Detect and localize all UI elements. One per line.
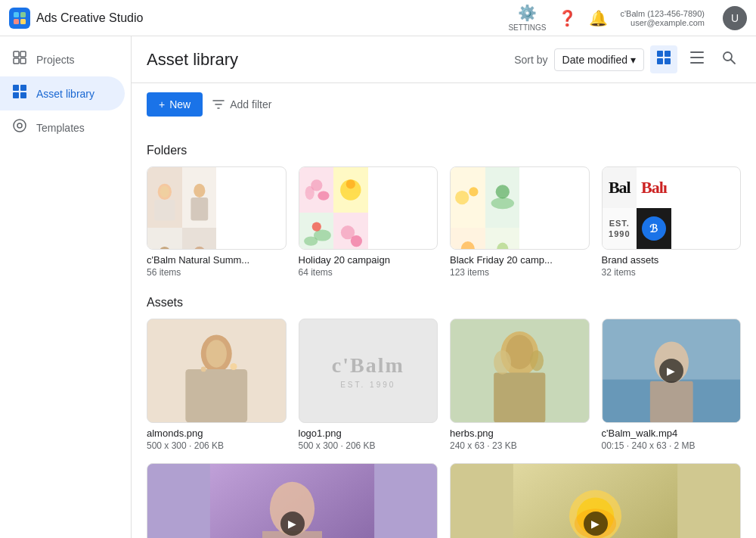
svg-point-58	[494, 350, 511, 375]
svg-point-53	[230, 363, 237, 370]
main-layout: Projects Asset library Templates Asset l…	[0, 36, 756, 538]
svg-point-48	[497, 242, 508, 250]
svg-rect-10	[13, 92, 19, 98]
help-button[interactable]: ❓	[558, 9, 577, 27]
svg-rect-18	[690, 51, 704, 53]
add-filter-button[interactable]: Add filter	[212, 98, 271, 111]
settings-icon: ⚙️	[518, 4, 537, 22]
notifications-button[interactable]: 🔔	[589, 9, 608, 27]
svg-rect-24	[154, 200, 175, 220]
svg-rect-11	[20, 92, 26, 98]
folders-section-title: Folders	[147, 144, 741, 157]
svg-rect-15	[665, 51, 671, 57]
nav-right: ⚙️ SETTINGS ❓ 🔔 c'Balm (123-456-7890) us…	[508, 4, 747, 32]
svg-point-42	[455, 191, 469, 204]
svg-point-12	[14, 120, 26, 132]
svg-point-43	[469, 187, 478, 196]
content-area: Folders	[132, 126, 756, 538]
list-item[interactable]: ▶ c'Balm_walk.mp4 00:15 · 240 x 63 · 2 M…	[602, 319, 742, 451]
svg-point-36	[346, 179, 355, 188]
new-plus-icon: +	[159, 98, 165, 110]
assets-grid: almonds.png 500 x 300 · 206 KB c'Balm ES…	[147, 319, 741, 451]
sort-arrow-icon: ▾	[631, 54, 636, 66]
svg-rect-3	[20, 19, 26, 24]
svg-point-44	[491, 197, 513, 209]
top-nav: Ads Creative Studio ⚙️ SETTINGS ❓ 🔔 c'Ba…	[0, 0, 756, 36]
page-toolbar: Asset library Sort by Date modified ▾	[132, 36, 756, 83]
list-item[interactable]: Holiday 20 campaign 64 items	[299, 166, 438, 278]
svg-rect-63	[649, 381, 692, 423]
svg-point-38	[314, 229, 331, 241]
play-icon: ▶	[584, 512, 608, 536]
settings-button[interactable]: ⚙️ SETTINGS	[508, 4, 546, 32]
sidebar-item-projects[interactable]: Projects	[0, 42, 125, 76]
svg-rect-19	[690, 57, 704, 58]
svg-point-54	[201, 367, 206, 372]
svg-rect-0	[14, 12, 19, 17]
svg-rect-9	[20, 85, 26, 91]
page-title: Asset library	[147, 50, 238, 70]
svg-point-33	[305, 186, 314, 200]
play-icon: ▶	[280, 512, 305, 536]
sort-dropdown[interactable]: Date modified ▾	[554, 48, 644, 71]
svg-point-59	[530, 350, 544, 371]
projects-label: Projects	[36, 54, 75, 66]
cards-view-button[interactable]	[650, 45, 677, 73]
list-item[interactable]: c'Balm EST. 1990 logo1.png 500 x 300 · 2…	[299, 319, 438, 451]
assets-section-title: Assets	[147, 296, 741, 309]
svg-rect-27	[191, 197, 208, 220]
svg-rect-20	[690, 62, 704, 64]
assets-grid-row2: ▶ almond drop.mp4 00:15 · 240 x 63 · 2 M…	[147, 463, 741, 538]
sort-value: Date modified	[562, 54, 627, 66]
search-button[interactable]	[717, 45, 741, 73]
nav-left: Ads Creative Studio	[9, 8, 143, 29]
templates-label: Templates	[36, 122, 85, 134]
list-item[interactable]: ▶ almond drop.mp4 00:15 · 240 x 63 · 2 M…	[147, 463, 438, 538]
svg-rect-14	[657, 51, 663, 57]
svg-rect-6	[14, 58, 19, 64]
user-avatar[interactable]: U	[723, 6, 747, 30]
app-title: Ads Creative Studio	[36, 11, 143, 25]
svg-point-30	[194, 247, 205, 250]
svg-point-34	[318, 191, 329, 201]
new-button[interactable]: + New	[147, 92, 203, 117]
list-item[interactable]: Bal Balı EST. 1990 ℬ	[602, 166, 742, 278]
sidebar-item-asset-library[interactable]: Asset library	[0, 76, 125, 110]
sort-label: Sort by	[514, 54, 547, 66]
svg-point-41	[351, 235, 362, 247]
svg-line-22	[731, 60, 736, 64]
svg-rect-51	[185, 369, 247, 422]
svg-point-26	[194, 184, 205, 197]
list-item[interactable]: c'Balm Natural Summ... 56 items	[147, 166, 287, 278]
bell-icon: 🔔	[589, 9, 608, 27]
svg-point-28	[160, 247, 169, 250]
list-item[interactable]: almonds.png 500 x 300 · 206 KB	[147, 319, 287, 451]
svg-rect-16	[657, 58, 663, 64]
asset-library-label: Asset library	[36, 88, 94, 100]
main-content: Asset library Sort by Date modified ▾	[132, 36, 756, 538]
svg-point-39	[311, 222, 321, 232]
svg-rect-8	[13, 85, 19, 91]
app-logo	[9, 8, 30, 29]
templates-icon	[12, 118, 27, 137]
help-icon: ❓	[558, 9, 577, 27]
projects-icon	[12, 50, 27, 69]
svg-point-13	[17, 123, 22, 128]
svg-rect-4	[14, 51, 19, 57]
svg-rect-2	[14, 19, 19, 24]
folders-grid: c'Balm Natural Summ... 56 items	[147, 166, 741, 278]
table-view-button[interactable]	[683, 45, 711, 73]
list-item[interactable]: ▶ lemon squeeze.mp4 00:15 · 240 x 63 · 2…	[450, 463, 741, 538]
svg-rect-17	[665, 58, 671, 64]
svg-point-52	[206, 340, 227, 367]
list-item[interactable]: herbs.png 240 x 63 · 23 KB	[450, 319, 590, 451]
svg-rect-56	[494, 372, 545, 422]
svg-rect-5	[20, 51, 26, 57]
sidebar-item-templates[interactable]: Templates	[0, 110, 125, 145]
list-item[interactable]: Black Friday 20 camp... 123 items	[450, 166, 590, 278]
svg-point-45	[495, 185, 509, 198]
toolbar-right: Sort by Date modified ▾	[514, 45, 741, 73]
play-icon: ▶	[659, 359, 683, 383]
svg-point-25	[160, 186, 169, 197]
actions-bar: + New Add filter	[132, 83, 756, 126]
